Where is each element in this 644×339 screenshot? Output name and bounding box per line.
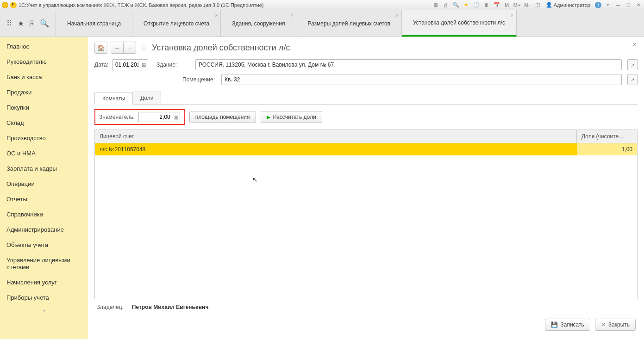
sidebar-item-operations[interactable]: Операции — [0, 176, 88, 191]
toolbar-icon-3[interactable]: 🔍 — [452, 1, 460, 9]
grid-header: Лицевой счет Доля (числите... — [95, 130, 637, 143]
tab-label: Установка долей собственности л/с — [413, 19, 505, 26]
sidebar-item-label: Производство — [6, 135, 46, 142]
sidebar-item-main[interactable]: Главное — [0, 39, 88, 54]
sidebar-item-warehouse[interactable]: Склад — [0, 115, 88, 130]
sidebar-item-manager[interactable]: Руководителю — [0, 54, 88, 69]
m-button[interactable]: M — [503, 1, 511, 9]
sidebar-item-salary[interactable]: Зарплата и кадры — [0, 161, 88, 176]
bottom-actions: 💾 Записать ✕ Закрыть — [94, 315, 638, 334]
tab-start-page[interactable]: Начальная страница — [56, 10, 132, 37]
toolbar-icon-1[interactable]: ▦ — [432, 1, 439, 9]
main-tabbar: ⠿ ★ ⎘ 🔍 Начальная страница Открытие лице… — [0, 10, 644, 37]
save-button[interactable]: 💾 Записать — [545, 319, 590, 331]
tab-open-account[interactable]: Открытие лицевого счета × — [132, 10, 221, 37]
owner-name: Петров Михаил Евгеньевич — [132, 304, 209, 310]
sidebar-item-directories[interactable]: Справочники — [0, 207, 88, 222]
mouse-cursor-icon: ↖ — [252, 176, 258, 183]
tab-close-icon[interactable]: × — [291, 13, 294, 18]
tab-close-icon[interactable]: × — [215, 13, 218, 18]
tab-label: Начальная страница — [67, 20, 121, 27]
building-value: РОССИЯ, 113205, Москва г, Вавилова ул, Д… — [199, 62, 334, 68]
tab-label: Открытие лицевого счета — [144, 20, 209, 27]
info-icon[interactable]: i — [595, 2, 601, 8]
sidebar-item-objects[interactable]: Объекты учета — [0, 237, 88, 253]
close-icon: ✕ — [601, 321, 606, 328]
building-input[interactable]: РОССИЯ, 113205, Москва г, Вавилова ул, Д… — [195, 59, 622, 70]
tab-close-icon[interactable]: × — [511, 13, 513, 18]
room-open-button[interactable]: ↗ — [627, 74, 638, 85]
subtab-label: Доли — [140, 95, 153, 101]
sidebar-item-label: Приборы учета — [6, 294, 49, 301]
close-button[interactable]: ✕ Закрыть — [595, 319, 636, 331]
history-icon[interactable]: 🕓 — [473, 1, 480, 9]
subtab-shares[interactable]: Доли — [132, 92, 161, 104]
sidebar-item-production[interactable]: Производство — [0, 130, 88, 146]
favorites-icon[interactable]: ★ — [18, 19, 24, 28]
sidebar-item-bank[interactable]: Банк и касса — [0, 69, 88, 85]
user-icon: 👤 — [546, 2, 552, 8]
grid-header-share[interactable]: Доля (числите... — [577, 130, 637, 143]
sidebar-item-label: Администрирование — [6, 226, 64, 233]
sidebar-item-administration[interactable]: Администрирование — [0, 222, 88, 237]
room-area-button[interactable]: площадь помещения — [189, 111, 256, 123]
favorite-toggle-icon[interactable]: ☆ — [140, 42, 148, 53]
user-indicator[interactable]: 👤 Администратор — [544, 2, 592, 8]
tab-share-sizes[interactable]: Размеры долей лицевых счетов × — [296, 10, 402, 37]
button-label: Закрыть — [608, 321, 630, 328]
grid-row[interactable]: л/с №2011067048 1,00 — [95, 143, 637, 155]
tab-set-ownership-shares[interactable]: Установка долей собственности л/с × — [402, 10, 517, 37]
sidebar-item-label: Банк и касса — [6, 74, 42, 80]
close-window-button[interactable]: ✕ — [635, 2, 642, 8]
tab-close-icon[interactable]: × — [396, 13, 399, 18]
sidebar-item-purchases[interactable]: Покупки — [0, 100, 88, 115]
sidebar-item-assets[interactable]: ОС и НМА — [0, 146, 88, 161]
sidebar-item-label: Продажи — [6, 89, 31, 96]
calculator-picker-icon[interactable]: ▦ — [174, 115, 178, 120]
owner-row: Владелец: Петров Михаил Евгеньевич — [94, 299, 638, 315]
building-open-button[interactable]: ↗ — [627, 59, 638, 70]
favorite-star-icon[interactable]: ★ — [463, 1, 470, 9]
m-plus-button[interactable]: M+ — [513, 1, 521, 9]
sidebar-item-label: Отчеты — [6, 196, 27, 203]
sidebar-item-label: Руководителю — [6, 58, 47, 65]
m-minus-button[interactable]: M- — [524, 1, 531, 9]
calculator-icon[interactable]: 🖩 — [483, 1, 490, 9]
maximize-button[interactable]: ☐ — [625, 2, 632, 8]
info-dropdown-icon[interactable]: ▾ — [604, 1, 612, 9]
room-input[interactable]: Кв. 32 — [221, 74, 622, 85]
tab-buildings[interactable]: Здания, сооружения × — [221, 10, 296, 37]
app-menu-dropdown[interactable] — [10, 2, 17, 8]
apps-grid-icon[interactable]: ⠿ — [6, 19, 12, 28]
button-label: площадь помещения — [195, 114, 250, 120]
sidebar-item-meters[interactable]: Приборы учета — [0, 290, 88, 305]
grid-cell-share: 1,00 — [577, 143, 637, 155]
sidebar-item-service-charges[interactable]: Начисления услуг — [0, 275, 88, 290]
search-icon[interactable]: 🔍 — [40, 19, 49, 28]
date-input[interactable] — [112, 59, 148, 70]
sidebar-item-accounts-mgmt[interactable]: Управление лицевыми счетами — [0, 253, 88, 275]
subtab-rooms[interactable]: Комнаты — [94, 92, 133, 105]
sidebar-item-label: Склад — [6, 119, 24, 126]
toolbar-icon-2[interactable]: 🖨 — [442, 1, 450, 9]
content-area: × 🏠 ← → ☆ Установка долей собственности … — [88, 37, 644, 339]
calendar-icon[interactable]: 📅 — [493, 1, 500, 9]
grid-body[interactable]: л/с №2011067048 1,00 ↖ — [95, 143, 637, 299]
calculate-shares-button[interactable]: ▶ Рассчитать доли — [261, 111, 322, 123]
panel-toggle-icon[interactable]: ◫ — [534, 1, 541, 9]
forward-button[interactable]: → — [123, 42, 136, 54]
clipboard-icon[interactable]: ⎘ — [30, 19, 34, 28]
sidebar-item-label: Справочники — [6, 211, 43, 218]
content-close-button[interactable]: × — [633, 41, 637, 48]
sidebar-item-label: Объекты учета — [6, 241, 48, 248]
grid-header-account[interactable]: Лицевой счет — [95, 130, 577, 143]
denominator-highlight: Знаменатель: ▦ — [94, 109, 185, 125]
minimize-button[interactable]: — — [614, 2, 622, 8]
back-button[interactable]: ← — [111, 42, 124, 54]
sidebar-item-sales[interactable]: Продажи — [0, 85, 88, 100]
sidebar-item-reports[interactable]: Отчеты — [0, 191, 88, 207]
sidebar-item-label: Управление лицевыми счетами — [6, 257, 70, 271]
tab-label: Здания, сооружения — [232, 20, 285, 27]
home-button[interactable]: 🏠 — [94, 42, 107, 54]
sidebar-more-icon[interactable]: ▾ — [0, 305, 88, 316]
